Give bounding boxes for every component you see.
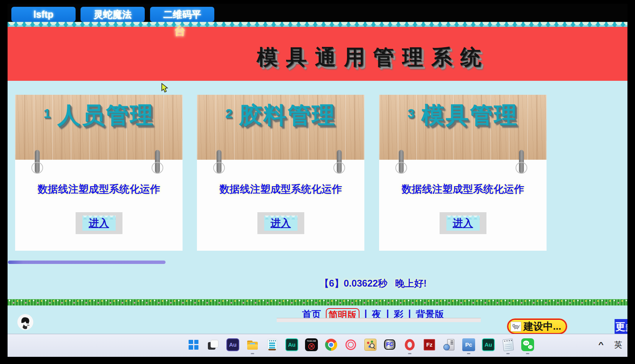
progress-bar: [8, 261, 166, 264]
footer-link-color[interactable]: 彩: [394, 308, 403, 318]
footer-nav: 首页 简明版 | 夜 | 彩 | 背景版: [302, 308, 444, 318]
under-construction-badge[interactable]: 建设中...: [507, 319, 567, 334]
pin-icon: [337, 150, 342, 173]
card-personnel: 1 人员管理 数据线注塑成型系统化运作 进入: [15, 95, 183, 251]
filezilla-icon[interactable]: Fz: [423, 338, 436, 351]
pc-tool-icon[interactable]: Pc: [462, 338, 475, 351]
pin-icon: [519, 150, 524, 173]
tab-qrcode-platform[interactable]: 二维码平: [150, 7, 214, 22]
footer-link-night[interactable]: 夜: [372, 308, 381, 318]
ime-indicator[interactable]: 英: [614, 339, 622, 350]
tab-bar: lsftp 灵蛇魔法 二维码平: [8, 4, 627, 22]
card-rubber-material: 2 胶料管理 数据线注塑成型系统化运作 进入: [197, 95, 364, 251]
web-server-manager-icon[interactable]: [443, 338, 455, 351]
fastcopy-icon[interactable]: FC: [384, 338, 396, 351]
footer-separator: |: [364, 308, 367, 318]
system-tray: ^ 英: [598, 334, 622, 355]
opera-icon[interactable]: [403, 338, 416, 351]
adobe-audition-teal-icon-2[interactable]: Au: [482, 338, 495, 351]
pin-icon: [399, 150, 404, 173]
page-title: 模具通用管理系统: [257, 43, 489, 71]
pin-icon: [217, 150, 221, 173]
mouse-cursor: [161, 83, 169, 94]
card-number: 2: [225, 106, 232, 121]
task-view-icon[interactable]: [207, 338, 220, 351]
tascam-icon[interactable]: TASCAM: [305, 338, 318, 351]
card-mold: 3 模具管理 数据线注塑成型系统化运作 进入: [379, 95, 547, 251]
wechat-icon[interactable]: [521, 338, 534, 351]
horizontal-scrollbar[interactable]: [277, 318, 481, 322]
grass-decoration: [8, 299, 627, 305]
notepad-app-icon[interactable]: [266, 338, 279, 351]
pin-icon: [35, 150, 40, 173]
card-title: 人员管理: [57, 100, 154, 131]
app-window: lsftp 灵蛇魔法 二维码平 台 模具通用管理系统 1 人员管理: [8, 4, 627, 357]
windows-start-icon[interactable]: [187, 338, 200, 351]
pin-icon: [155, 150, 160, 173]
chrome-icon[interactable]: [325, 338, 338, 351]
file-explorer-icon[interactable]: [246, 338, 259, 351]
footer-link-simple-version[interactable]: 简明版: [326, 308, 359, 318]
card-title: 胶料管理: [239, 100, 336, 131]
opera-gx-icon[interactable]: [344, 338, 357, 351]
classic-notepad-icon[interactable]: [502, 338, 514, 351]
footer-separator: |: [408, 308, 411, 318]
avatar[interactable]: [17, 314, 33, 330]
adobe-audition-teal-icon[interactable]: Au: [285, 338, 298, 351]
enter-button-label: 进入: [82, 216, 116, 231]
footer-link-background-version[interactable]: 背景版: [416, 308, 444, 318]
tab-lingshemofa[interactable]: 灵蛇魔法: [81, 7, 145, 22]
enter-button-label: 进入: [446, 216, 480, 231]
taskbar: Au Au TASCAM FC Fz: [8, 334, 627, 357]
status-text: 【6】0.03622秒 晚上好!: [319, 277, 426, 290]
enter-button-personnel[interactable]: 进入: [76, 212, 122, 234]
more-button[interactable]: 更多: [615, 319, 627, 334]
screen: lsftp 灵蛇魔法 二维码平 台 模具通用管理系统 1 人员管理: [0, 0, 635, 364]
image-capture-tool-icon[interactable]: [364, 338, 377, 351]
card-number: 3: [407, 106, 415, 121]
card-description: 数据线注塑成型系统化运作: [197, 182, 364, 196]
under-construction-label: 建设中...: [523, 320, 561, 333]
card-description: 数据线注塑成型系统化运作: [15, 182, 183, 196]
card-number: 1: [43, 106, 51, 121]
taskbar-icons: Au Au TASCAM FC Fz: [187, 334, 534, 355]
footer-link-home[interactable]: 首页: [302, 308, 321, 318]
banner: 模具通用管理系统: [8, 27, 627, 81]
dog-icon: [511, 322, 521, 332]
tab-qrcode-platform-overflow-char: 台: [174, 23, 186, 39]
card-title: 模具管理: [421, 100, 518, 131]
footer-separator: |: [386, 308, 389, 318]
enter-button-mold[interactable]: 进入: [440, 212, 486, 234]
enter-button-rubber[interactable]: 进入: [257, 212, 304, 234]
card-description: 数据线注塑成型系统化运作: [379, 182, 547, 196]
enter-button-label: 进入: [264, 216, 297, 231]
adobe-audition-purple-icon[interactable]: Au: [226, 338, 239, 351]
hidden-icons-chevron[interactable]: ^: [598, 340, 604, 349]
tab-lsftp[interactable]: lsftp: [11, 7, 76, 22]
wavy-divider: [8, 22, 627, 27]
